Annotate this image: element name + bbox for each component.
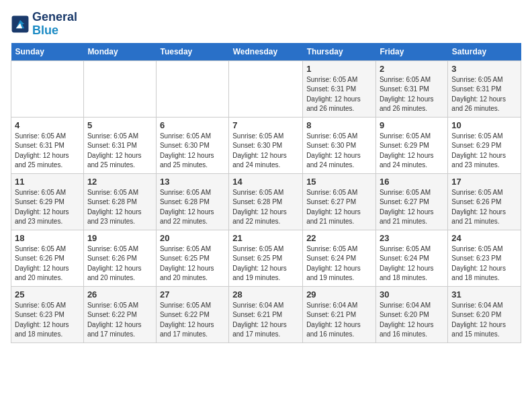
day-number: 30	[380, 289, 444, 300]
calendar-cell: 12Sunrise: 6:05 AM Sunset: 6:28 PM Dayli…	[83, 173, 156, 230]
calendar-cell: 3Sunrise: 6:05 AM Sunset: 6:31 PM Daylig…	[448, 60, 521, 117]
day-number: 24	[451, 233, 517, 243]
day-detail: Sunrise: 6:04 AM Sunset: 6:20 PM Dayligh…	[451, 301, 517, 340]
day-detail: Sunrise: 6:05 AM Sunset: 6:25 PM Dayligh…	[160, 244, 225, 283]
day-detail: Sunrise: 6:05 AM Sunset: 6:28 PM Dayligh…	[232, 188, 299, 227]
day-detail: Sunrise: 6:05 AM Sunset: 6:31 PM Dayligh…	[380, 75, 444, 114]
day-detail: Sunrise: 6:05 AM Sunset: 6:22 PM Dayligh…	[87, 301, 152, 340]
calendar-cell	[11, 60, 84, 117]
day-detail: Sunrise: 6:05 AM Sunset: 6:28 PM Dayligh…	[87, 188, 152, 227]
day-number: 28	[232, 289, 299, 300]
calendar-cell: 10Sunrise: 6:05 AM Sunset: 6:29 PM Dayli…	[448, 117, 521, 173]
day-number: 27	[160, 289, 225, 300]
day-detail: Sunrise: 6:05 AM Sunset: 6:26 PM Dayligh…	[15, 244, 80, 283]
day-detail: Sunrise: 6:05 AM Sunset: 6:23 PM Dayligh…	[15, 301, 80, 340]
day-detail: Sunrise: 6:05 AM Sunset: 6:24 PM Dayligh…	[306, 244, 372, 283]
day-header-monday: Monday	[83, 43, 156, 61]
day-number: 6	[160, 120, 225, 130]
day-number: 2	[380, 64, 444, 74]
calendar-cell: 21Sunrise: 6:05 AM Sunset: 6:25 PM Dayli…	[229, 230, 303, 286]
day-header-thursday: Thursday	[303, 43, 376, 61]
calendar-cell	[83, 60, 156, 117]
day-number: 19	[87, 233, 152, 243]
day-header-wednesday: Wednesday	[229, 43, 303, 61]
day-detail: Sunrise: 6:05 AM Sunset: 6:29 PM Dayligh…	[15, 188, 80, 227]
day-number: 16	[380, 177, 444, 187]
day-detail: Sunrise: 6:04 AM Sunset: 6:20 PM Dayligh…	[380, 301, 444, 340]
day-number: 12	[87, 177, 152, 187]
day-detail: Sunrise: 6:05 AM Sunset: 6:30 PM Dayligh…	[160, 132, 225, 171]
calendar-cell: 17Sunrise: 6:05 AM Sunset: 6:26 PM Dayli…	[448, 173, 521, 230]
day-detail: Sunrise: 6:05 AM Sunset: 6:31 PM Dayligh…	[15, 132, 80, 171]
day-detail: Sunrise: 6:05 AM Sunset: 6:23 PM Dayligh…	[451, 244, 517, 283]
calendar-week-row: 25Sunrise: 6:05 AM Sunset: 6:23 PM Dayli…	[11, 286, 521, 342]
day-number: 11	[15, 177, 80, 187]
day-number: 18	[15, 233, 80, 243]
day-detail: Sunrise: 6:05 AM Sunset: 6:26 PM Dayligh…	[87, 244, 152, 283]
day-number: 10	[451, 120, 517, 130]
day-number: 14	[232, 177, 299, 187]
day-number: 22	[306, 233, 372, 243]
day-header-tuesday: Tuesday	[156, 43, 228, 61]
day-number: 8	[306, 120, 372, 130]
day-header-friday: Friday	[375, 43, 447, 61]
day-detail: Sunrise: 6:05 AM Sunset: 6:31 PM Dayligh…	[451, 75, 517, 114]
day-detail: Sunrise: 6:05 AM Sunset: 6:22 PM Dayligh…	[160, 301, 225, 340]
calendar-cell: 13Sunrise: 6:05 AM Sunset: 6:28 PM Dayli…	[156, 173, 228, 230]
calendar-cell: 9Sunrise: 6:05 AM Sunset: 6:29 PM Daylig…	[375, 117, 447, 173]
day-header-saturday: Saturday	[448, 43, 521, 61]
day-number: 21	[232, 233, 299, 243]
calendar-cell: 31Sunrise: 6:04 AM Sunset: 6:20 PM Dayli…	[448, 286, 521, 342]
logo: General Blue	[11, 11, 77, 38]
calendar-cell: 26Sunrise: 6:05 AM Sunset: 6:22 PM Dayli…	[83, 286, 156, 342]
calendar-cell: 6Sunrise: 6:05 AM Sunset: 6:30 PM Daylig…	[156, 117, 228, 173]
calendar-cell: 14Sunrise: 6:05 AM Sunset: 6:28 PM Dayli…	[229, 173, 303, 230]
day-detail: Sunrise: 6:05 AM Sunset: 6:31 PM Dayligh…	[87, 132, 152, 171]
day-number: 5	[87, 120, 152, 130]
day-number: 7	[232, 120, 299, 130]
day-header-sunday: Sunday	[11, 43, 84, 61]
calendar-cell: 30Sunrise: 6:04 AM Sunset: 6:20 PM Dayli…	[375, 286, 447, 342]
day-number: 31	[451, 289, 517, 300]
calendar-week-row: 4Sunrise: 6:05 AM Sunset: 6:31 PM Daylig…	[11, 117, 521, 173]
calendar-cell: 29Sunrise: 6:04 AM Sunset: 6:21 PM Dayli…	[303, 286, 376, 342]
day-detail: Sunrise: 6:04 AM Sunset: 6:21 PM Dayligh…	[232, 301, 299, 340]
day-detail: Sunrise: 6:05 AM Sunset: 6:26 PM Dayligh…	[451, 188, 517, 227]
calendar-cell: 23Sunrise: 6:05 AM Sunset: 6:24 PM Dayli…	[375, 230, 447, 286]
calendar-cell	[229, 60, 303, 117]
calendar-header-row: SundayMondayTuesdayWednesdayThursdayFrid…	[11, 43, 521, 61]
calendar-cell: 28Sunrise: 6:04 AM Sunset: 6:21 PM Dayli…	[229, 286, 303, 342]
day-number: 20	[160, 233, 225, 243]
calendar-week-row: 1Sunrise: 6:05 AM Sunset: 6:31 PM Daylig…	[11, 60, 521, 117]
logo-icon	[11, 15, 30, 34]
calendar-week-row: 11Sunrise: 6:05 AM Sunset: 6:29 PM Dayli…	[11, 173, 521, 230]
day-number: 25	[15, 289, 80, 300]
calendar-cell: 27Sunrise: 6:05 AM Sunset: 6:22 PM Dayli…	[156, 286, 228, 342]
calendar-cell: 8Sunrise: 6:05 AM Sunset: 6:30 PM Daylig…	[303, 117, 376, 173]
day-number: 29	[306, 289, 372, 300]
day-detail: Sunrise: 6:05 AM Sunset: 6:29 PM Dayligh…	[380, 132, 444, 171]
day-detail: Sunrise: 6:05 AM Sunset: 6:27 PM Dayligh…	[306, 188, 372, 227]
day-detail: Sunrise: 6:05 AM Sunset: 6:27 PM Dayligh…	[380, 188, 444, 227]
day-number: 23	[380, 233, 444, 243]
day-detail: Sunrise: 6:05 AM Sunset: 6:28 PM Dayligh…	[160, 188, 225, 227]
logo-text: General Blue	[32, 11, 77, 38]
calendar-cell	[156, 60, 228, 117]
day-number: 3	[451, 64, 517, 74]
day-detail: Sunrise: 6:05 AM Sunset: 6:31 PM Dayligh…	[306, 75, 372, 114]
day-number: 4	[15, 120, 80, 130]
calendar-cell: 11Sunrise: 6:05 AM Sunset: 6:29 PM Dayli…	[11, 173, 84, 230]
day-number: 9	[380, 120, 444, 130]
calendar-cell: 24Sunrise: 6:05 AM Sunset: 6:23 PM Dayli…	[448, 230, 521, 286]
calendar-cell: 20Sunrise: 6:05 AM Sunset: 6:25 PM Dayli…	[156, 230, 228, 286]
day-number: 15	[306, 177, 372, 187]
day-number: 13	[160, 177, 225, 187]
calendar-cell: 19Sunrise: 6:05 AM Sunset: 6:26 PM Dayli…	[83, 230, 156, 286]
day-detail: Sunrise: 6:04 AM Sunset: 6:21 PM Dayligh…	[306, 301, 372, 340]
calendar-cell: 7Sunrise: 6:05 AM Sunset: 6:30 PM Daylig…	[229, 117, 303, 173]
calendar-cell: 5Sunrise: 6:05 AM Sunset: 6:31 PM Daylig…	[83, 117, 156, 173]
day-number: 26	[87, 289, 152, 300]
page-header: General Blue	[11, 11, 521, 38]
calendar-week-row: 18Sunrise: 6:05 AM Sunset: 6:26 PM Dayli…	[11, 230, 521, 286]
day-detail: Sunrise: 6:05 AM Sunset: 6:25 PM Dayligh…	[232, 244, 299, 283]
